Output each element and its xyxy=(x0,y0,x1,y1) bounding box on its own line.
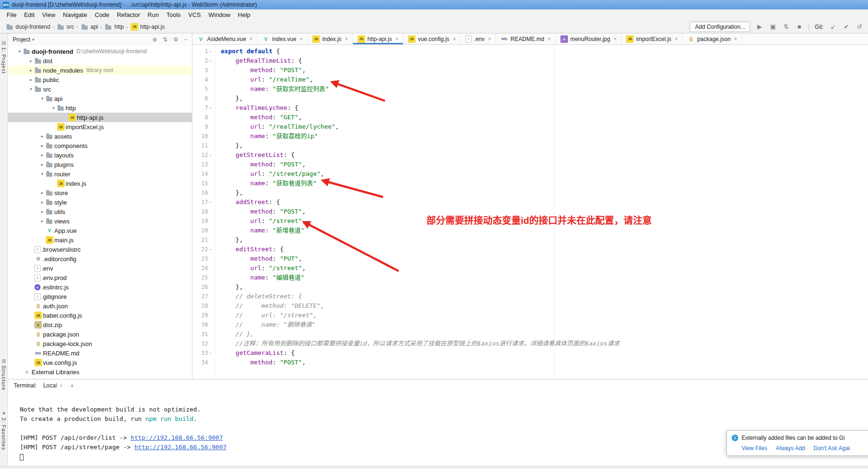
tree-item-external-libraries[interactable]: External Libraries xyxy=(8,367,192,377)
tree-item-dist[interactable]: ▸dist xyxy=(8,56,192,66)
tree-item-package-json[interactable]: package.json xyxy=(8,329,192,339)
chevron-right-icon[interactable]: ▸ xyxy=(28,68,34,73)
chevron-down-icon[interactable]: ▾ xyxy=(39,172,45,176)
tree-item-babel-config-js[interactable]: babel.config.js xyxy=(8,311,192,320)
tree-item-router[interactable]: ▾router xyxy=(8,169,192,179)
close-icon[interactable]: × xyxy=(488,36,491,42)
tree-item-env-prod[interactable]: .env.prod xyxy=(8,273,192,282)
tree-item-public[interactable]: ▸public xyxy=(8,75,192,84)
tab-http-api-js[interactable]: http-api.js× xyxy=(353,33,403,44)
tree-item-gitignore[interactable]: .gitignore xyxy=(8,292,192,301)
git-commit-icon[interactable]: ✔ xyxy=(843,23,850,30)
tree-item-style[interactable]: ▸style xyxy=(8,197,192,207)
menu-item-vcs[interactable]: VCS xyxy=(184,10,205,19)
tree-item-components[interactable]: ▸components xyxy=(8,141,192,150)
chevron-down-icon[interactable]: ▾ xyxy=(32,37,34,42)
run-icon[interactable]: ▶ xyxy=(756,23,763,30)
tree-item-assets[interactable]: ▸assets xyxy=(8,132,192,141)
tab-vue-config-js[interactable]: vue.config.js× xyxy=(403,33,461,44)
fold-marker-icon[interactable]: − xyxy=(208,200,213,205)
tree-item-auth-json[interactable]: auth.json xyxy=(8,301,192,311)
close-icon[interactable]: × xyxy=(675,36,678,42)
terminal-link[interactable]: http://192.168.66.56:9007 xyxy=(131,434,223,441)
coverage-icon[interactable]: ⇅ xyxy=(782,23,790,30)
tree-item-store[interactable]: ▸store xyxy=(8,188,192,197)
close-icon[interactable]: × xyxy=(59,383,62,388)
breadcrumb-item-api[interactable]: api xyxy=(80,23,99,31)
terminal-link[interactable]: http://192.168.66.56:9007 xyxy=(134,444,227,451)
close-icon[interactable]: × xyxy=(453,36,456,42)
tree-item-utils[interactable]: ▸utils xyxy=(8,207,192,216)
tab-importexcel-js[interactable]: importExcel.js× xyxy=(621,33,683,44)
settings-icon[interactable]: ⚙ xyxy=(173,36,178,43)
breadcrumb-item-duoji-frontend[interactable]: duoji-frontend xyxy=(5,23,51,31)
tree-item-eslintrc-js[interactable]: .eslintrc.js xyxy=(8,282,192,292)
chevron-right-icon[interactable]: ▸ xyxy=(39,143,45,148)
chevron-right-icon[interactable]: ▸ xyxy=(39,219,45,223)
tab-package-json[interactable]: package.json× xyxy=(683,33,742,44)
fold-marker-icon[interactable]: − xyxy=(208,153,213,157)
notification-action-view-files[interactable]: View Files xyxy=(742,445,767,452)
tool-button-project[interactable]: ▤ 1: Project xyxy=(0,40,8,74)
menu-item-tools[interactable]: Tools xyxy=(163,10,184,19)
tab-env[interactable]: .env× xyxy=(461,33,496,44)
fold-marker-icon[interactable]: − xyxy=(208,351,213,355)
menu-item-navigate[interactable]: Navigate xyxy=(59,10,91,19)
tab-index-js[interactable]: index.js× xyxy=(308,33,353,44)
tree-item-plugins[interactable]: ▸plugins xyxy=(8,160,192,169)
menu-item-code[interactable]: Code xyxy=(91,10,113,19)
close-icon[interactable]: × xyxy=(300,36,303,42)
fold-marker-icon[interactable]: − xyxy=(208,58,213,63)
tree-item-editorconfig[interactable]: .editorconfig xyxy=(8,254,192,263)
tool-button-favorites[interactable]: ★ 2: Favorites xyxy=(0,411,8,450)
chevron-right-icon[interactable]: ▸ xyxy=(28,77,34,82)
tree-item-package-lock-json[interactable]: package-lock.json xyxy=(8,339,192,348)
tree-item-env[interactable]: .env xyxy=(8,263,192,273)
fold-marker-icon[interactable]: − xyxy=(208,49,213,54)
breadcrumb-item-http[interactable]: http xyxy=(103,23,125,31)
close-icon[interactable]: × xyxy=(734,36,737,42)
build-icon[interactable]: ▣ xyxy=(769,23,776,30)
menu-item-help[interactable]: Help xyxy=(234,10,254,19)
tab-asidemenu-vue[interactable]: AsideMenu.vue× xyxy=(192,33,258,44)
chevron-right-icon[interactable]: ▸ xyxy=(39,200,45,205)
notification-action-always-add[interactable]: Always Add xyxy=(776,445,805,452)
close-icon[interactable]: × xyxy=(345,36,348,42)
chevron-down-icon[interactable]: ▾ xyxy=(17,49,23,54)
locate-file-icon[interactable]: ⊕ xyxy=(152,36,157,43)
title-bar[interactable]: WS duoji-frontend [D:\zheheWeb\duoji-fro… xyxy=(0,0,868,9)
tab-menurouter-jpg[interactable]: menuRouter.jpg× xyxy=(556,33,622,44)
tree-item-importexcel-js[interactable]: importExcel.js xyxy=(8,122,192,132)
project-panel-header[interactable]: Project ▾ ⊕⇅⚙− xyxy=(8,33,192,46)
tree-item-dist-zip[interactable]: dist.zip xyxy=(8,320,192,329)
menu-item-view[interactable]: View xyxy=(38,10,59,19)
tree-item-app-vue[interactable]: App.vue xyxy=(8,226,192,235)
close-icon[interactable]: × xyxy=(548,36,551,42)
editor-body[interactable]: 1−2−34567−89101112−1314151617−1819202122… xyxy=(192,45,868,379)
menu-item-edit[interactable]: Edit xyxy=(20,10,38,19)
close-icon[interactable]: × xyxy=(613,36,617,42)
collapse-all-icon[interactable]: ⇅ xyxy=(163,36,167,43)
breadcrumb-item-http-api-js[interactable]: http-api.js xyxy=(129,23,166,31)
notification-popup[interactable]: i Externally added files can be added to… xyxy=(726,430,868,456)
menu-item-run[interactable]: Run xyxy=(144,10,163,19)
tree-item-views[interactable]: ▸views xyxy=(8,216,192,226)
menu-item-window[interactable]: Window xyxy=(205,10,234,19)
close-icon[interactable]: × xyxy=(395,36,399,42)
chevron-right-icon[interactable]: ▸ xyxy=(39,190,45,195)
chevron-right-icon[interactable]: ▸ xyxy=(28,58,34,63)
tree-item-layouts[interactable]: ▸layouts xyxy=(8,150,192,160)
git-history-icon[interactable]: ↺ xyxy=(856,23,863,30)
chevron-right-icon[interactable]: ▸ xyxy=(39,209,45,214)
breadcrumb-item-src[interactable]: src xyxy=(56,23,75,31)
chevron-right-icon[interactable]: ▸ xyxy=(39,153,45,157)
menu-item-file[interactable]: File xyxy=(3,10,20,19)
tree-item-src[interactable]: ▾src xyxy=(8,84,192,94)
chevron-down-icon[interactable]: ▾ xyxy=(28,87,34,91)
tree-item-node-modules[interactable]: ▸node_moduleslibrary root xyxy=(8,66,192,75)
menu-item-refactor[interactable]: Refactor xyxy=(113,10,144,19)
tab-index-vue[interactable]: index.vue× xyxy=(258,33,308,44)
editor-code[interactable]: export default { getRealTimeList: { meth… xyxy=(215,45,868,379)
chevron-right-icon[interactable]: ▸ xyxy=(39,162,45,167)
add-configuration-button[interactable]: Add Configuration... xyxy=(690,22,750,32)
